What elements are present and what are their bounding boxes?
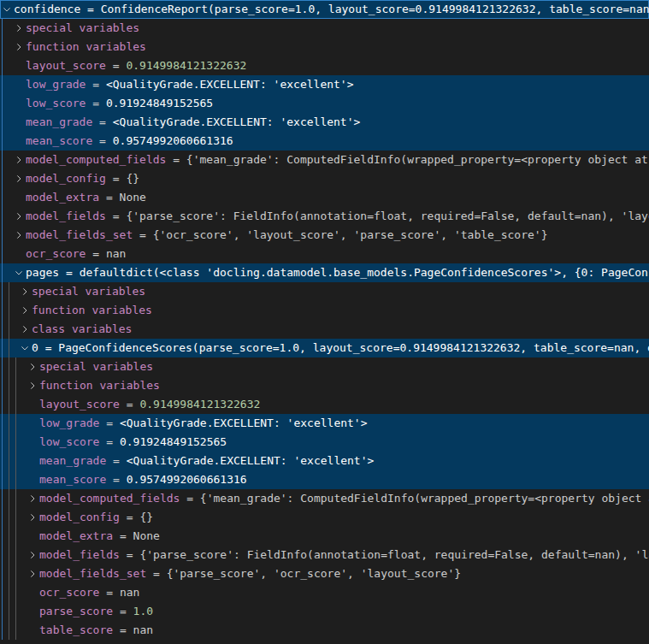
row-content: parse_score = 1.0 xyxy=(0,602,153,621)
equals-sign: = xyxy=(86,247,105,260)
variable-value: {'parse_score', 'ocr_score', 'layout_sco… xyxy=(167,567,461,580)
tree-row-model-computed-fields[interactable]: model_computed_fields = {'mean_grade': C… xyxy=(0,151,649,169)
variable-name: low_grade xyxy=(39,417,99,429)
variable-name: low_score xyxy=(39,435,99,448)
tree-row-function-variables[interactable]: function variables xyxy=(0,301,649,320)
equals-sign: = xyxy=(106,210,126,222)
tree-row-table-score[interactable]: table_score = nan xyxy=(0,621,649,640)
chevron-down-icon[interactable] xyxy=(19,341,31,355)
tree-row-parse-score[interactable]: parse_score = 1.0 xyxy=(0,602,649,621)
equals-sign: = xyxy=(106,473,126,486)
chevron-right-icon[interactable] xyxy=(27,492,38,505)
variable-value: None xyxy=(133,529,160,542)
tree-row-special-variables[interactable]: special variables xyxy=(0,357,649,376)
tree-row-function-variables[interactable]: function variables xyxy=(0,38,649,56)
tree-row-model-extra[interactable]: model_extra = None xyxy=(0,527,649,546)
scope-label: function variables xyxy=(32,304,152,316)
variable-name: model_fields xyxy=(26,210,106,222)
row-content: layout_score = 0.9149984121322632 xyxy=(0,395,260,414)
variable-value: 0.91924849152565 xyxy=(106,97,213,109)
tree-row-model-computed-fields[interactable]: model_computed_fields = {'mean_grade': C… xyxy=(0,489,649,508)
tree-row-ocr-score[interactable]: ocr_score = nan xyxy=(0,245,649,263)
tree-row-class-variables[interactable]: class variables xyxy=(0,320,649,339)
tree-row-confidence[interactable]: confidence = ConfidenceReport(parse_scor… xyxy=(0,0,649,19)
tree-row-0[interactable]: 0 = PageConfidenceScores(parse_score=1.0… xyxy=(0,339,649,357)
tree-row-low-grade[interactable]: low_grade = <QualityGrade.EXCELLENT: 'ex… xyxy=(0,75,649,94)
tree-row-model-fields-set[interactable]: model_fields_set = {'ocr_score', 'layout… xyxy=(0,226,649,245)
chevron-down-icon[interactable] xyxy=(1,3,13,16)
equals-sign: = xyxy=(120,548,139,561)
equals-sign: = xyxy=(92,115,112,128)
variable-value: {'parse_score': FieldInfo(annotation=flo… xyxy=(126,210,649,222)
tree-row-special-variables[interactable]: special variables xyxy=(0,282,649,301)
chevron-right-icon[interactable] xyxy=(13,228,25,242)
variable-name: mean_grade xyxy=(26,115,92,128)
scope-label: special variables xyxy=(26,21,139,34)
equals-sign: = xyxy=(92,134,112,147)
chevron-right-icon[interactable] xyxy=(13,40,25,54)
variable-value: defaultdict(<class 'docling.datamodel.ba… xyxy=(80,266,649,279)
tree-row-mean-score[interactable]: mean_score = 0.9574992060661316 xyxy=(0,132,649,151)
variable-name: low_grade xyxy=(26,78,86,91)
variable-name: model_fields xyxy=(39,548,120,561)
tree-row-model-config[interactable]: model_config = {} xyxy=(0,169,649,188)
tree-row-pages[interactable]: pages = defaultdict(<class 'docling.data… xyxy=(0,263,649,282)
tree-row-low-score[interactable]: low_score = 0.91924849152565 xyxy=(0,433,649,452)
variable-value: nan xyxy=(133,623,153,636)
tree-row-special-variables[interactable]: special variables xyxy=(0,19,649,38)
variable-value: 0.9149984121322632 xyxy=(126,59,246,72)
chevron-right-icon[interactable] xyxy=(27,360,38,374)
equals-sign: = xyxy=(86,78,105,91)
chevron-right-icon[interactable] xyxy=(27,548,38,562)
variable-name: table_score xyxy=(39,623,113,636)
tree-row-low-score[interactable]: low_score = 0.91924849152565 xyxy=(0,94,649,113)
chevron-right-icon[interactable] xyxy=(13,210,25,223)
variable-value: <QualityGrade.EXCELLENT: 'excellent'> xyxy=(120,417,368,429)
chevron-right-icon[interactable] xyxy=(19,304,31,317)
row-content: model_config = {} xyxy=(0,508,153,527)
tree-row-model-config[interactable]: model_config = {} xyxy=(0,508,649,527)
chevron-right-icon[interactable] xyxy=(27,379,38,393)
tree-row-model-fields[interactable]: model_fields = {'parse_score': FieldInfo… xyxy=(0,207,649,226)
tree-row-function-variables[interactable]: function variables xyxy=(0,376,649,395)
variable-name: ocr_score xyxy=(39,586,99,599)
chevron-right-icon[interactable] xyxy=(19,285,31,298)
chevron-down-icon[interactable] xyxy=(13,266,25,280)
tree-row-low-grade[interactable]: low_grade = <QualityGrade.EXCELLENT: 'ex… xyxy=(0,414,649,433)
tree-row-model-fields[interactable]: model_fields = {'parse_score': FieldInfo… xyxy=(0,546,649,564)
scope-label: function variables xyxy=(26,40,146,53)
row-content: ocr_score = nan xyxy=(0,583,139,602)
tree-row-layout-score[interactable]: layout_score = 0.9149984121322632 xyxy=(0,56,649,75)
scope-label: special variables xyxy=(32,285,145,298)
equals-sign: = xyxy=(113,529,133,542)
equals-sign: = xyxy=(86,97,105,109)
equals-sign: = xyxy=(106,172,126,185)
variable-value: 0.9574992060661316 xyxy=(113,134,233,147)
variable-value: <QualityGrade.EXCELLENT: 'excellent'> xyxy=(127,454,375,467)
chevron-right-icon[interactable] xyxy=(27,567,38,581)
tree-row-mean-grade[interactable]: mean_grade = <QualityGrade.EXCELLENT: 'e… xyxy=(0,452,649,470)
tree-row-model-fields-set[interactable]: model_fields_set = {'parse_score', 'ocr_… xyxy=(0,564,649,583)
row-content: model_extra = None xyxy=(0,527,160,546)
variable-value: <QualityGrade.EXCELLENT: 'excellent'> xyxy=(113,115,361,128)
chevron-right-icon[interactable] xyxy=(13,153,25,167)
equals-sign: = xyxy=(59,266,79,279)
equals-sign: = xyxy=(120,511,139,523)
chevron-right-icon[interactable] xyxy=(13,172,25,186)
variable-value: 1.0 xyxy=(133,605,153,617)
chevron-right-icon[interactable] xyxy=(13,21,25,35)
chevron-right-icon[interactable] xyxy=(27,511,38,524)
tree-row-ocr-score[interactable]: ocr_score = nan xyxy=(0,583,649,602)
tree-row-model-extra[interactable]: model_extra = None xyxy=(0,188,649,207)
equals-sign: = xyxy=(113,623,133,636)
tree-row-mean-grade[interactable]: mean_grade = <QualityGrade.EXCELLENT: 'e… xyxy=(0,113,649,132)
variable-value: PageConfidenceScores(parse_score=1.0, la… xyxy=(58,341,649,354)
tree-row-mean-score[interactable]: mean_score = 0.9574992060661316 xyxy=(0,470,649,489)
variable-value: nan xyxy=(106,247,126,260)
equals-sign: = xyxy=(99,586,119,599)
tree-row-layout-score[interactable]: layout_score = 0.9149984121322632 xyxy=(0,395,649,414)
chevron-right-icon[interactable] xyxy=(19,322,31,336)
row-content: special variables xyxy=(0,357,153,376)
equals-sign: = xyxy=(99,435,119,448)
row-content: low_score = 0.91924849152565 xyxy=(0,94,213,113)
